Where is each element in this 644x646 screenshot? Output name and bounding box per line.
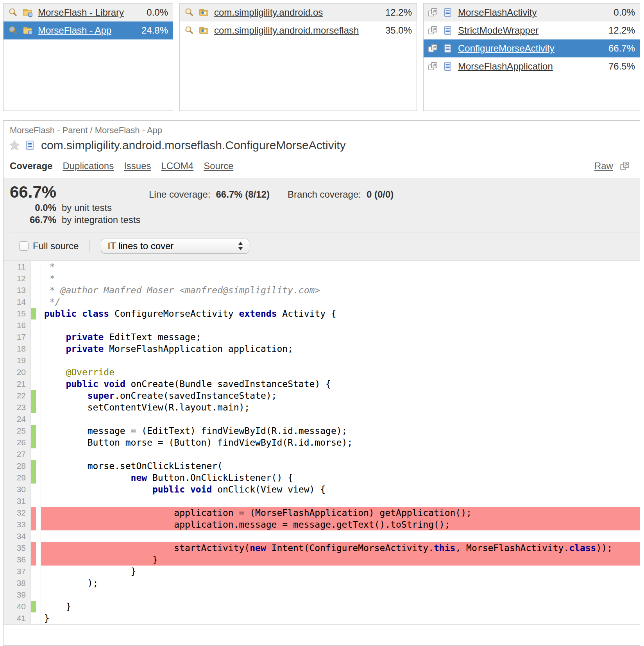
source-line-text: }: [41, 566, 640, 577]
line-number: 17: [4, 331, 31, 343]
open-in-new-window-icon[interactable]: [428, 25, 438, 36]
open-in-new-window-icon[interactable]: [619, 161, 630, 171]
source-line-text: morse.setOnClickListener(: [41, 460, 640, 472]
coverage-bar-empty: [31, 484, 36, 495]
resource-link[interactable]: MorseFlashApplication: [458, 61, 553, 72]
line-number: 27: [4, 448, 31, 460]
line-number: 11: [4, 261, 31, 273]
line-number: 30: [4, 484, 31, 495]
source-line-text: [41, 495, 640, 507]
select-arrows-icon: [237, 241, 243, 251]
resource-row[interactable]: com.simpligility.android.morseflash35.0%: [180, 21, 417, 39]
source-line-text: */: [41, 296, 640, 308]
source-line-text: public class ConfigureMorseActivity exte…: [41, 308, 640, 319]
unit-tests-value: 0.0%: [10, 202, 56, 214]
branch-coverage-label: Branch coverage:: [288, 189, 361, 200]
source-line-text: super.onCreate(savedInstanceState);: [41, 390, 640, 402]
full-source-checkbox[interactable]: [19, 241, 29, 251]
resource-link[interactable]: MorseFlash - Library: [38, 7, 124, 18]
unit-tests-label: by unit tests: [62, 202, 112, 214]
class-file-icon: [442, 7, 453, 18]
coverage-bar-empty: [31, 284, 36, 296]
code-line: 39: [4, 589, 640, 601]
coverage-bar-empty: [31, 577, 36, 589]
line-coverage-label: Line coverage:: [149, 189, 210, 200]
resource-link[interactable]: ConfigureMorseActivity: [458, 43, 555, 54]
resource-coverage-value: 76.5%: [605, 61, 635, 72]
integration-tests-value: 66.7%: [10, 214, 56, 226]
open-in-new-window-icon[interactable]: [428, 43, 438, 54]
coverage-bar-covered: [31, 425, 36, 437]
source-line-text: [41, 355, 640, 366]
code-line: 24: [4, 413, 640, 425]
code-line: 20 @Override: [4, 366, 640, 378]
resource-link[interactable]: com.simpligility.android.morseflash: [214, 25, 359, 36]
resource-row[interactable]: MorseFlashActivity0.0%: [424, 4, 640, 21]
gutter-gap: [36, 460, 41, 472]
class-file-icon: [24, 139, 36, 152]
resource-row[interactable]: com.simpligility.android.os12.2%: [180, 4, 417, 21]
resource-row[interactable]: MorseFlashApplication76.5%: [424, 57, 640, 75]
resource-row[interactable]: StrictModeWrapper12.2%: [424, 21, 640, 39]
gutter-gap: [36, 319, 41, 331]
resource-link[interactable]: MorseFlash - App: [38, 25, 111, 36]
source-line-text: Button morse = (Button) findViewById(R.i…: [41, 437, 640, 448]
gutter-gap: [36, 577, 41, 589]
open-in-new-window-icon[interactable]: [428, 61, 438, 72]
line-number: 41: [4, 612, 31, 624]
line-number: 14: [4, 296, 31, 308]
resource-panels: MorseFlash - Library0.0%MorseFlash - App…: [3, 3, 640, 111]
code-line: 35 startActivity(new Intent(ConfigureMor…: [4, 542, 640, 554]
tab-duplications[interactable]: Duplications: [63, 161, 114, 171]
resource-row[interactable]: MorseFlash - Library0.0%: [4, 4, 173, 21]
open-in-new-window-icon[interactable]: [428, 7, 438, 18]
tab-coverage[interactable]: Coverage: [10, 161, 52, 171]
zoom-icon[interactable]: [7, 7, 18, 18]
code-line: 37 }: [4, 566, 640, 577]
coverage-bar-empty: [31, 378, 36, 390]
code-line: 17 private EditText message;: [4, 331, 640, 343]
class-file-icon: [442, 25, 453, 36]
classes-panel: MorseFlashActivity0.0%StrictModeWrapper1…: [423, 3, 640, 111]
code-line: 18 private MorseFlashApplication applica…: [4, 343, 640, 355]
tab-lcom4[interactable]: LCOM4: [161, 161, 194, 171]
line-coverage-value: 66.7% (8/12): [216, 189, 269, 200]
source-line-text: application = (MorseFlashApplication) ge…: [41, 507, 640, 519]
resource-link[interactable]: StrictModeWrapper: [458, 25, 538, 36]
favorite-star-icon[interactable]: [8, 139, 21, 152]
line-number: 24: [4, 413, 31, 425]
gutter-gap: [36, 601, 41, 612]
raw-link[interactable]: Raw: [594, 161, 613, 171]
line-number: 31: [4, 495, 31, 507]
line-number: 13: [4, 284, 31, 296]
resource-link[interactable]: com.simpligility.android.os: [214, 7, 323, 18]
resource-link[interactable]: MorseFlashActivity: [458, 7, 537, 18]
resource-row[interactable]: ConfigureMorseActivity66.7%: [424, 39, 640, 57]
code-line: 21 public void onCreate(Bundle savedInst…: [4, 378, 640, 390]
gutter-gap: [36, 390, 41, 402]
resource-coverage-value: 24.8%: [138, 25, 168, 36]
gutter-gap: [36, 507, 41, 519]
source-line-text: application.message = message.getText().…: [41, 519, 640, 530]
zoom-icon[interactable]: [184, 25, 195, 36]
total-coverage-value: 66.7%: [10, 183, 149, 202]
gutter-gap: [36, 566, 41, 577]
resource-viewer-panel: MorseFlash - Parent / MorseFlash - App c…: [3, 120, 640, 646]
code-line: 26 Button morse = (Button) findViewById(…: [4, 437, 640, 448]
zoom-icon[interactable]: [7, 25, 18, 36]
coverage-bar-empty: [31, 261, 36, 273]
resource-row[interactable]: MorseFlash - App24.8%: [4, 21, 173, 39]
coverage-bar-empty: [31, 612, 36, 624]
coverage-filter-select[interactable]: IT lines to cover: [101, 239, 249, 253]
title-row: com.simpligility.android.morseflash.Conf…: [4, 136, 640, 152]
source-line-text: [41, 589, 640, 601]
tab-issues[interactable]: Issues: [124, 161, 151, 171]
gutter-gap: [36, 355, 41, 366]
code-line: 23 setContentView(R.layout.main);: [4, 402, 640, 413]
code-line: 28 morse.setOnClickListener(: [4, 460, 640, 472]
zoom-icon[interactable]: [184, 7, 195, 18]
gutter-gap: [36, 554, 41, 566]
tab-source[interactable]: Source: [204, 161, 233, 171]
resource-coverage-value: 0.0%: [610, 7, 635, 18]
coverage-bar-empty: [31, 355, 36, 366]
